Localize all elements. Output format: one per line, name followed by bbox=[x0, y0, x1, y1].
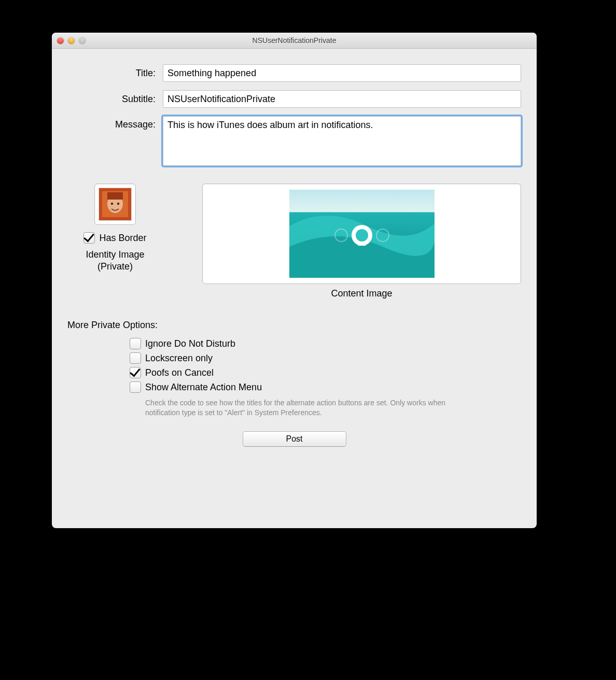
more-private-options-header: More Private Options: bbox=[67, 320, 521, 331]
subtitle-input[interactable] bbox=[163, 90, 521, 108]
content-image-well[interactable] bbox=[202, 183, 521, 284]
alt-menu-hint: Check the code to see how the titles for… bbox=[145, 398, 477, 418]
window-title: NSUserNotificationPrivate bbox=[52, 36, 537, 45]
message-label: Message: bbox=[115, 116, 156, 130]
content-image-caption: Content Image bbox=[202, 288, 521, 299]
content-image-thumbnail bbox=[289, 190, 435, 278]
title-label: Title: bbox=[136, 68, 156, 79]
window: NSUserNotificationPrivate Title: Subtitl… bbox=[52, 33, 537, 528]
lockscreen-only-checkbox[interactable] bbox=[130, 352, 141, 364]
lockscreen-only-label: Lockscreen only bbox=[145, 353, 213, 364]
ignore-dnd-label: Ignore Do Not Disturb bbox=[145, 338, 235, 349]
identity-caption-line2: (Private) bbox=[86, 261, 144, 273]
titlebar: NSUserNotificationPrivate bbox=[52, 33, 537, 49]
subtitle-label: Subtitle: bbox=[122, 94, 156, 105]
svg-point-8 bbox=[356, 229, 368, 242]
identity-image-thumbnail bbox=[99, 188, 132, 221]
title-input[interactable] bbox=[163, 64, 521, 82]
traffic-light-minimize[interactable] bbox=[68, 37, 75, 44]
identity-image-caption: Identity Image (Private) bbox=[86, 249, 144, 272]
has-border-label: Has Border bbox=[99, 233, 146, 244]
poofs-on-cancel-checkbox[interactable] bbox=[130, 367, 141, 378]
show-alt-menu-label: Show Alternate Action Menu bbox=[145, 382, 262, 393]
identity-caption-line1: Identity Image bbox=[86, 249, 144, 261]
ignore-dnd-checkbox[interactable] bbox=[130, 338, 141, 349]
identity-image-well[interactable] bbox=[94, 183, 136, 225]
show-alt-menu-checkbox[interactable] bbox=[130, 381, 141, 393]
post-button[interactable]: Post bbox=[243, 431, 346, 447]
svg-point-5 bbox=[117, 203, 119, 205]
svg-rect-3 bbox=[107, 192, 123, 200]
svg-point-4 bbox=[111, 203, 113, 205]
message-textarea[interactable] bbox=[163, 116, 521, 166]
traffic-light-close[interactable] bbox=[57, 37, 64, 44]
has-border-checkbox[interactable] bbox=[83, 232, 95, 244]
traffic-light-zoom[interactable] bbox=[79, 37, 86, 44]
poofs-on-cancel-label: Poofs on Cancel bbox=[145, 367, 214, 378]
